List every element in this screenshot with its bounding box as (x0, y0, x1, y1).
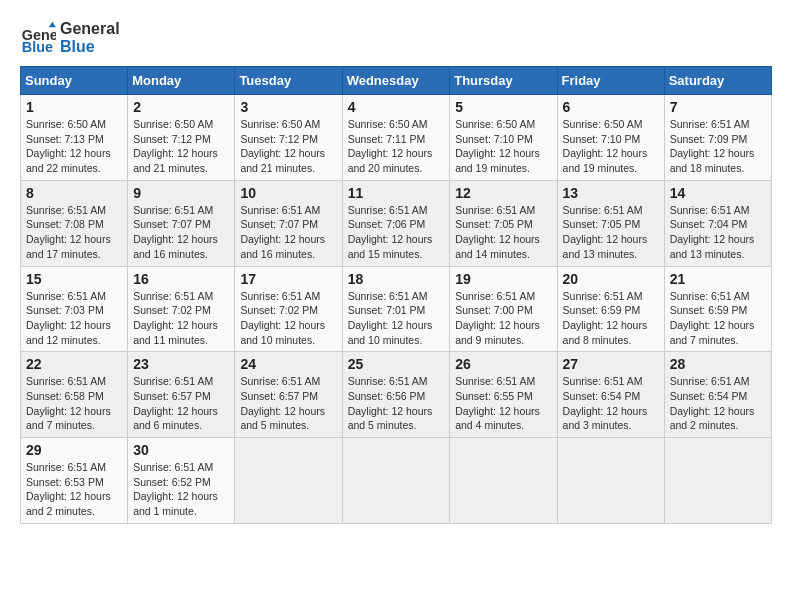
day-number: 15 (26, 271, 122, 287)
weekday-header-friday: Friday (557, 67, 664, 95)
day-cell: 26 Sunrise: 6:51 AM Sunset: 6:55 PM Dayl… (450, 352, 557, 438)
day-number: 13 (563, 185, 659, 201)
day-info: Sunrise: 6:51 AM Sunset: 6:56 PM Dayligh… (348, 374, 445, 433)
day-cell (235, 438, 342, 524)
day-info: Sunrise: 6:51 AM Sunset: 7:06 PM Dayligh… (348, 203, 445, 262)
weekday-header-tuesday: Tuesday (235, 67, 342, 95)
day-number: 17 (240, 271, 336, 287)
day-cell: 3 Sunrise: 6:50 AM Sunset: 7:12 PM Dayli… (235, 95, 342, 181)
day-number: 2 (133, 99, 229, 115)
week-row-3: 15 Sunrise: 6:51 AM Sunset: 7:03 PM Dayl… (21, 266, 772, 352)
day-number: 10 (240, 185, 336, 201)
day-cell: 5 Sunrise: 6:50 AM Sunset: 7:10 PM Dayli… (450, 95, 557, 181)
logo-icon: General Blue (20, 20, 56, 56)
day-info: Sunrise: 6:51 AM Sunset: 6:52 PM Dayligh… (133, 460, 229, 519)
day-number: 21 (670, 271, 766, 287)
weekday-header-sunday: Sunday (21, 67, 128, 95)
day-cell: 17 Sunrise: 6:51 AM Sunset: 7:02 PM Dayl… (235, 266, 342, 352)
day-cell: 30 Sunrise: 6:51 AM Sunset: 6:52 PM Dayl… (128, 438, 235, 524)
day-info: Sunrise: 6:50 AM Sunset: 7:10 PM Dayligh… (563, 117, 659, 176)
day-number: 6 (563, 99, 659, 115)
day-cell: 21 Sunrise: 6:51 AM Sunset: 6:59 PM Dayl… (664, 266, 771, 352)
day-number: 12 (455, 185, 551, 201)
day-number: 29 (26, 442, 122, 458)
day-number: 1 (26, 99, 122, 115)
day-cell: 25 Sunrise: 6:51 AM Sunset: 6:56 PM Dayl… (342, 352, 450, 438)
day-number: 4 (348, 99, 445, 115)
day-cell: 28 Sunrise: 6:51 AM Sunset: 6:54 PM Dayl… (664, 352, 771, 438)
day-cell: 7 Sunrise: 6:51 AM Sunset: 7:09 PM Dayli… (664, 95, 771, 181)
day-info: Sunrise: 6:50 AM Sunset: 7:12 PM Dayligh… (133, 117, 229, 176)
page-header: General Blue General Blue (20, 20, 772, 56)
calendar-table: SundayMondayTuesdayWednesdayThursdayFrid… (20, 66, 772, 524)
day-info: Sunrise: 6:51 AM Sunset: 7:00 PM Dayligh… (455, 289, 551, 348)
day-cell: 23 Sunrise: 6:51 AM Sunset: 6:57 PM Dayl… (128, 352, 235, 438)
logo-general: General (60, 20, 120, 38)
day-info: Sunrise: 6:51 AM Sunset: 6:57 PM Dayligh… (240, 374, 336, 433)
day-cell: 12 Sunrise: 6:51 AM Sunset: 7:05 PM Dayl… (450, 180, 557, 266)
day-number: 28 (670, 356, 766, 372)
day-info: Sunrise: 6:51 AM Sunset: 7:01 PM Dayligh… (348, 289, 445, 348)
day-cell (342, 438, 450, 524)
day-info: Sunrise: 6:51 AM Sunset: 6:59 PM Dayligh… (563, 289, 659, 348)
day-cell: 1 Sunrise: 6:50 AM Sunset: 7:13 PM Dayli… (21, 95, 128, 181)
day-cell: 29 Sunrise: 6:51 AM Sunset: 6:53 PM Dayl… (21, 438, 128, 524)
day-info: Sunrise: 6:51 AM Sunset: 6:57 PM Dayligh… (133, 374, 229, 433)
weekday-header-thursday: Thursday (450, 67, 557, 95)
day-cell: 16 Sunrise: 6:51 AM Sunset: 7:02 PM Dayl… (128, 266, 235, 352)
day-number: 11 (348, 185, 445, 201)
day-info: Sunrise: 6:51 AM Sunset: 7:03 PM Dayligh… (26, 289, 122, 348)
day-info: Sunrise: 6:50 AM Sunset: 7:13 PM Dayligh… (26, 117, 122, 176)
day-cell (450, 438, 557, 524)
svg-text:Blue: Blue (22, 39, 53, 55)
day-number: 20 (563, 271, 659, 287)
day-info: Sunrise: 6:51 AM Sunset: 7:05 PM Dayligh… (455, 203, 551, 262)
day-cell: 14 Sunrise: 6:51 AM Sunset: 7:04 PM Dayl… (664, 180, 771, 266)
day-number: 8 (26, 185, 122, 201)
day-cell: 15 Sunrise: 6:51 AM Sunset: 7:03 PM Dayl… (21, 266, 128, 352)
day-info: Sunrise: 6:51 AM Sunset: 7:09 PM Dayligh… (670, 117, 766, 176)
day-number: 19 (455, 271, 551, 287)
week-row-1: 1 Sunrise: 6:50 AM Sunset: 7:13 PM Dayli… (21, 95, 772, 181)
day-number: 30 (133, 442, 229, 458)
day-cell (557, 438, 664, 524)
day-number: 18 (348, 271, 445, 287)
day-number: 25 (348, 356, 445, 372)
day-cell: 10 Sunrise: 6:51 AM Sunset: 7:07 PM Dayl… (235, 180, 342, 266)
week-row-2: 8 Sunrise: 6:51 AM Sunset: 7:08 PM Dayli… (21, 180, 772, 266)
day-info: Sunrise: 6:51 AM Sunset: 6:59 PM Dayligh… (670, 289, 766, 348)
day-number: 16 (133, 271, 229, 287)
day-info: Sunrise: 6:51 AM Sunset: 6:54 PM Dayligh… (670, 374, 766, 433)
day-cell: 11 Sunrise: 6:51 AM Sunset: 7:06 PM Dayl… (342, 180, 450, 266)
svg-marker-2 (49, 22, 56, 27)
day-cell: 13 Sunrise: 6:51 AM Sunset: 7:05 PM Dayl… (557, 180, 664, 266)
weekday-header-row: SundayMondayTuesdayWednesdayThursdayFrid… (21, 67, 772, 95)
day-cell: 27 Sunrise: 6:51 AM Sunset: 6:54 PM Dayl… (557, 352, 664, 438)
day-number: 23 (133, 356, 229, 372)
day-info: Sunrise: 6:50 AM Sunset: 7:11 PM Dayligh… (348, 117, 445, 176)
logo-blue: Blue (60, 38, 120, 56)
day-info: Sunrise: 6:51 AM Sunset: 7:07 PM Dayligh… (133, 203, 229, 262)
day-cell: 22 Sunrise: 6:51 AM Sunset: 6:58 PM Dayl… (21, 352, 128, 438)
day-info: Sunrise: 6:51 AM Sunset: 7:07 PM Dayligh… (240, 203, 336, 262)
day-cell: 20 Sunrise: 6:51 AM Sunset: 6:59 PM Dayl… (557, 266, 664, 352)
day-cell: 8 Sunrise: 6:51 AM Sunset: 7:08 PM Dayli… (21, 180, 128, 266)
day-number: 5 (455, 99, 551, 115)
weekday-header-monday: Monday (128, 67, 235, 95)
logo: General Blue General Blue (20, 20, 120, 56)
day-info: Sunrise: 6:51 AM Sunset: 6:54 PM Dayligh… (563, 374, 659, 433)
day-info: Sunrise: 6:50 AM Sunset: 7:10 PM Dayligh… (455, 117, 551, 176)
day-number: 9 (133, 185, 229, 201)
week-row-5: 29 Sunrise: 6:51 AM Sunset: 6:53 PM Dayl… (21, 438, 772, 524)
day-info: Sunrise: 6:50 AM Sunset: 7:12 PM Dayligh… (240, 117, 336, 176)
day-number: 14 (670, 185, 766, 201)
day-info: Sunrise: 6:51 AM Sunset: 6:53 PM Dayligh… (26, 460, 122, 519)
weekday-header-saturday: Saturday (664, 67, 771, 95)
day-cell: 24 Sunrise: 6:51 AM Sunset: 6:57 PM Dayl… (235, 352, 342, 438)
day-cell: 2 Sunrise: 6:50 AM Sunset: 7:12 PM Dayli… (128, 95, 235, 181)
day-cell (664, 438, 771, 524)
day-cell: 9 Sunrise: 6:51 AM Sunset: 7:07 PM Dayli… (128, 180, 235, 266)
weekday-header-wednesday: Wednesday (342, 67, 450, 95)
day-info: Sunrise: 6:51 AM Sunset: 7:02 PM Dayligh… (240, 289, 336, 348)
day-number: 7 (670, 99, 766, 115)
